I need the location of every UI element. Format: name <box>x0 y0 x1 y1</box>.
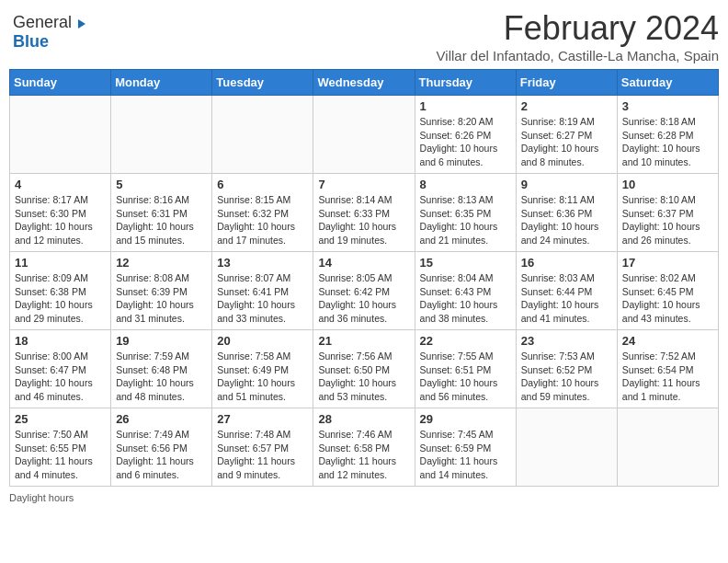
calendar-cell: 25Sunrise: 7:50 AMSunset: 6:55 PMDayligh… <box>10 408 111 487</box>
day-info: Sunrise: 7:52 AMSunset: 6:54 PMDaylight:… <box>622 350 713 404</box>
day-info: Sunrise: 7:45 AMSunset: 6:59 PMDaylight:… <box>420 428 511 482</box>
calendar-cell: 7Sunrise: 8:14 AMSunset: 6:33 PMDaylight… <box>313 174 415 252</box>
day-info: Sunrise: 8:13 AMSunset: 6:35 PMDaylight:… <box>420 193 511 247</box>
day-number: 29 <box>420 412 511 426</box>
day-info: Sunrise: 8:11 AMSunset: 6:36 PMDaylight:… <box>521 193 612 247</box>
day-number: 18 <box>15 334 106 348</box>
calendar-table: SundayMondayTuesdayWednesdayThursdayFrid… <box>9 69 719 487</box>
logo-blue-text: Blue <box>13 32 49 52</box>
column-header-monday: Monday <box>111 70 212 96</box>
day-info: Sunrise: 8:04 AMSunset: 6:43 PMDaylight:… <box>420 271 511 326</box>
day-number: 6 <box>217 178 308 191</box>
column-header-thursday: Thursday <box>415 70 516 96</box>
column-header-saturday: Saturday <box>617 70 718 96</box>
calendar-cell: 24Sunrise: 7:52 AMSunset: 6:54 PMDayligh… <box>617 330 718 408</box>
day-info: Sunrise: 7:55 AMSunset: 6:51 PMDaylight:… <box>420 350 511 404</box>
page-title: February 2024 <box>89 9 720 48</box>
calendar-cell: 20Sunrise: 7:58 AMSunset: 6:49 PMDayligh… <box>212 330 313 408</box>
calendar-cell: 9Sunrise: 8:11 AMSunset: 6:36 PMDaylight… <box>516 174 617 252</box>
day-number: 26 <box>116 412 207 426</box>
calendar-cell: 29Sunrise: 7:45 AMSunset: 6:59 PMDayligh… <box>415 408 516 487</box>
day-number: 4 <box>15 178 106 191</box>
day-info: Sunrise: 7:56 AMSunset: 6:50 PMDaylight:… <box>318 350 409 404</box>
column-header-friday: Friday <box>516 70 617 96</box>
day-number: 13 <box>217 256 308 270</box>
calendar-cell: 15Sunrise: 8:04 AMSunset: 6:43 PMDayligh… <box>415 252 516 330</box>
day-number: 5 <box>116 178 207 191</box>
calendar-week-1: 1Sunrise: 8:20 AMSunset: 6:26 PMDaylight… <box>10 96 719 174</box>
day-number: 2 <box>521 99 612 113</box>
header: General Blue February 2024 Villar del In… <box>9 9 719 63</box>
day-info: Sunrise: 7:46 AMSunset: 6:58 PMDaylight:… <box>318 428 409 482</box>
calendar-cell: 17Sunrise: 8:02 AMSunset: 6:45 PMDayligh… <box>617 252 718 330</box>
day-info: Sunrise: 7:58 AMSunset: 6:49 PMDaylight:… <box>217 350 308 404</box>
calendar-cell <box>10 96 111 174</box>
calendar-week-3: 11Sunrise: 8:09 AMSunset: 6:38 PMDayligh… <box>10 252 719 330</box>
column-header-wednesday: Wednesday <box>313 70 415 96</box>
day-info: Sunrise: 7:59 AMSunset: 6:48 PMDaylight:… <box>116 350 207 404</box>
calendar-cell: 1Sunrise: 8:20 AMSunset: 6:26 PMDaylight… <box>415 96 516 174</box>
day-number: 24 <box>622 334 713 348</box>
day-info: Sunrise: 8:09 AMSunset: 6:38 PMDaylight:… <box>15 271 106 326</box>
calendar-cell: 16Sunrise: 8:03 AMSunset: 6:44 PMDayligh… <box>516 252 617 330</box>
day-info: Sunrise: 8:16 AMSunset: 6:31 PMDaylight:… <box>116 193 207 247</box>
calendar-cell: 18Sunrise: 8:00 AMSunset: 6:47 PMDayligh… <box>10 330 111 408</box>
day-info: Sunrise: 8:00 AMSunset: 6:47 PMDaylight:… <box>15 350 106 404</box>
day-info: Sunrise: 7:49 AMSunset: 6:56 PMDaylight:… <box>116 428 207 482</box>
calendar-cell: 21Sunrise: 7:56 AMSunset: 6:50 PMDayligh… <box>313 330 415 408</box>
calendar-cell: 2Sunrise: 8:19 AMSunset: 6:27 PMDaylight… <box>516 96 617 174</box>
day-number: 11 <box>15 256 106 270</box>
calendar-cell: 23Sunrise: 7:53 AMSunset: 6:52 PMDayligh… <box>516 330 617 408</box>
calendar-cell <box>212 96 313 174</box>
day-number: 15 <box>420 256 511 270</box>
calendar-cell: 8Sunrise: 8:13 AMSunset: 6:35 PMDaylight… <box>415 174 516 252</box>
day-info: Sunrise: 8:17 AMSunset: 6:30 PMDaylight:… <box>15 193 106 247</box>
day-number: 28 <box>318 412 409 426</box>
day-info: Sunrise: 7:50 AMSunset: 6:55 PMDaylight:… <box>15 428 106 482</box>
day-info: Sunrise: 8:18 AMSunset: 6:28 PMDaylight:… <box>622 115 713 169</box>
calendar-cell: 11Sunrise: 8:09 AMSunset: 6:38 PMDayligh… <box>10 252 111 330</box>
logo-general-text: General <box>13 13 72 31</box>
day-info: Sunrise: 8:05 AMSunset: 6:42 PMDaylight:… <box>318 271 409 326</box>
day-number: 23 <box>521 334 612 348</box>
day-number: 17 <box>622 256 713 270</box>
calendar-cell: 26Sunrise: 7:49 AMSunset: 6:56 PMDayligh… <box>111 408 212 487</box>
day-info: Sunrise: 8:08 AMSunset: 6:39 PMDaylight:… <box>116 271 207 326</box>
day-number: 27 <box>217 412 308 426</box>
day-info: Sunrise: 8:10 AMSunset: 6:37 PMDaylight:… <box>622 193 713 247</box>
calendar-cell <box>111 96 212 174</box>
column-header-sunday: Sunday <box>10 70 111 96</box>
calendar-header-row: SundayMondayTuesdayWednesdayThursdayFrid… <box>10 70 719 96</box>
day-number: 1 <box>420 99 511 113</box>
calendar-cell: 19Sunrise: 7:59 AMSunset: 6:48 PMDayligh… <box>111 330 212 408</box>
calendar-cell: 13Sunrise: 8:07 AMSunset: 6:41 PMDayligh… <box>212 252 313 330</box>
calendar-week-2: 4Sunrise: 8:17 AMSunset: 6:30 PMDaylight… <box>10 174 719 252</box>
day-number: 14 <box>318 256 409 270</box>
day-info: Sunrise: 7:48 AMSunset: 6:57 PMDaylight:… <box>217 428 308 482</box>
day-number: 19 <box>116 334 207 348</box>
calendar-cell: 5Sunrise: 8:16 AMSunset: 6:31 PMDaylight… <box>111 174 212 252</box>
footer-note: Daylight hours <box>9 492 719 503</box>
daylight-label: Daylight hours <box>9 492 74 503</box>
title-area: February 2024 Villar del Infantado, Cast… <box>89 9 720 63</box>
calendar-week-4: 18Sunrise: 8:00 AMSunset: 6:47 PMDayligh… <box>10 330 719 408</box>
column-header-tuesday: Tuesday <box>212 70 313 96</box>
calendar-week-5: 25Sunrise: 7:50 AMSunset: 6:55 PMDayligh… <box>10 408 719 487</box>
calendar-cell: 10Sunrise: 8:10 AMSunset: 6:37 PMDayligh… <box>617 174 718 252</box>
day-number: 7 <box>318 178 409 191</box>
calendar-cell: 22Sunrise: 7:55 AMSunset: 6:51 PMDayligh… <box>415 330 516 408</box>
day-info: Sunrise: 8:20 AMSunset: 6:26 PMDaylight:… <box>420 115 511 169</box>
day-info: Sunrise: 8:14 AMSunset: 6:33 PMDaylight:… <box>318 193 409 247</box>
logo-top: General <box>13 13 85 32</box>
day-info: Sunrise: 8:07 AMSunset: 6:41 PMDaylight:… <box>217 271 308 326</box>
calendar-cell: 4Sunrise: 8:17 AMSunset: 6:30 PMDaylight… <box>10 174 111 252</box>
calendar-cell: 14Sunrise: 8:05 AMSunset: 6:42 PMDayligh… <box>313 252 415 330</box>
page-subtitle: Villar del Infantado, Castille-La Mancha… <box>89 48 720 63</box>
day-number: 3 <box>622 99 713 113</box>
day-number: 10 <box>622 178 713 191</box>
day-number: 22 <box>420 334 511 348</box>
day-number: 16 <box>521 256 612 270</box>
day-info: Sunrise: 8:15 AMSunset: 6:32 PMDaylight:… <box>217 193 308 247</box>
calendar-cell <box>516 408 617 487</box>
logo-arrow-icon <box>78 19 85 29</box>
